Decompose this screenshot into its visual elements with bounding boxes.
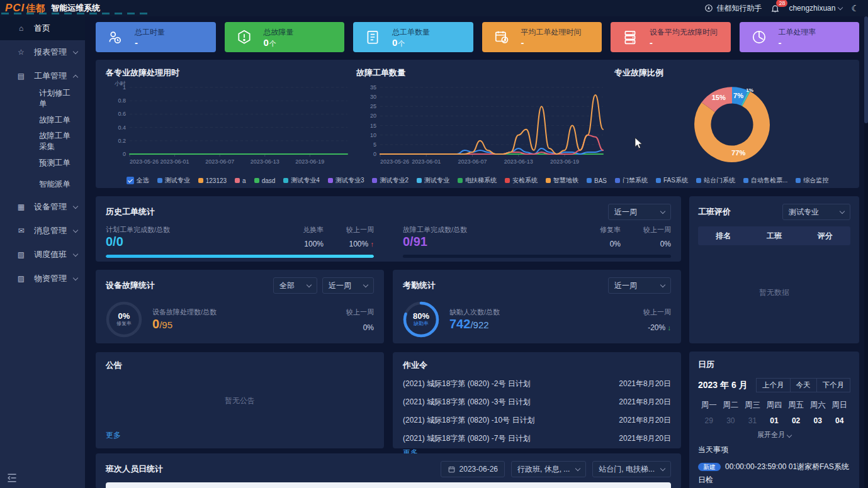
sidebar-item[interactable]: ▦ 设备管理 [0,195,85,219]
legend-item[interactable]: BAS [587,177,607,184]
work-order-row[interactable]: (2021) 城际18字第 (0820) -7号 日计划 2021年8月20日 [403,430,671,448]
chevron-down-icon [575,465,580,470]
legend-item[interactable]: 综合监控 [796,176,828,185]
chevron-down-icon [840,208,845,213]
theme-toggle[interactable]: ☾ [851,3,859,13]
today-button[interactable]: 今天 [791,378,817,392]
history-range-select[interactable]: 近一周 [608,204,671,220]
calendar-day[interactable]: 31 [741,416,764,425]
work-order-row[interactable]: (2021) 城际18字第 (0820) -10号 日计划 2021年8月20日 [403,411,671,430]
assistant-label: 佳都知行助手 [716,3,762,14]
chevron-icon [73,251,78,256]
next-month-button[interactable]: 下个月 [817,378,851,392]
work-order-date: 2021年8月20日 [619,397,671,408]
legend-item[interactable]: 测试专业 [157,176,190,185]
legend-item[interactable]: 测试专业4 [283,176,320,185]
sidebar-item[interactable]: ✉ 消息管理 [0,219,85,243]
evaluation-column-header: 评分 [799,231,850,241]
svg-text:15: 15 [370,123,376,129]
svg-text:2023-06-01: 2023-06-01 [412,158,441,165]
notice-more-link[interactable]: 更多 [106,430,374,441]
shift-system-select[interactable]: 站台门, 电扶梯... [592,461,671,477]
calendar-day[interactable]: 29 [698,416,720,425]
attendance-range-select[interactable]: 近一周 [608,277,671,294]
history-fault-block: 故障工单完成数/总数 修复率 较上一周 0/91 0% 0% [403,225,671,258]
svg-text:20: 20 [370,113,376,119]
legend-item[interactable]: 智慧地铁 [546,176,578,185]
calendar-day[interactable]: 03 [807,416,829,425]
calendar-day[interactable]: 02 [785,416,807,425]
prev-month-button[interactable]: 上个月 [756,378,791,392]
legend-dot [696,178,701,183]
calendar-panel: 日历 2023 年 6 月 上个月 今天 下个月 周一周二周三周四周五周六周日 [689,352,859,488]
shift-type-select[interactable]: 行政班, 休息, ... [511,461,586,477]
calendar-day[interactable]: 01 [764,416,786,425]
sidebar-item[interactable]: ▨ 物资管理 [0,267,85,291]
sidebar-collapse-button[interactable] [6,473,18,483]
legend-dot [254,178,259,183]
server-icon [622,29,638,45]
device-range-select[interactable]: 近一周 [322,277,374,294]
checkbox-checked-icon[interactable] [127,177,134,184]
legend-dot [235,178,240,183]
legend-label: 电扶梯系统 [465,176,497,185]
legend-item[interactable]: 门禁系统 [615,176,648,185]
chart-title: 故障工单数量 [356,67,614,79]
evaluation-header-row: 排名工班评分 [698,226,850,245]
legend-item[interactable]: 站台门系统 [696,176,735,185]
legend-item[interactable]: a [235,177,246,184]
legend-item[interactable]: 安检系统 [505,176,538,185]
user-menu[interactable]: chengzhixuan [789,4,842,13]
work-order-row[interactable]: (2021) 城际18字第 (0820) -3号 日计划 2021年8月20日 [403,393,671,411]
scrollbar[interactable] [864,16,868,488]
evaluation-filter-select[interactable]: 测试专业 [782,204,850,220]
legend-item[interactable]: FAS系统 [656,176,688,185]
chevron-icon [73,74,78,79]
shift-date-picker[interactable]: 2023-06-26 [441,461,505,477]
calendar-day[interactable]: 04 [828,416,850,425]
legend-item[interactable]: 123123 [198,177,227,184]
legend-item[interactable]: 电扶梯系统 [458,176,497,185]
legend-item[interactable]: 自动售检票... [743,176,787,185]
sidebar-item[interactable]: 计划修工单 [0,88,85,109]
repair-rate-gauge: 0%修复率 [106,301,142,338]
sidebar-item[interactable]: 故障工单 [0,109,85,131]
chevron-down-icon [660,282,665,287]
legend-item[interactable]: dasd [254,177,276,184]
notification-button[interactable]: 28 [770,4,780,13]
legend-item[interactable]: 测试专业2 [372,176,409,185]
legend-select-all[interactable]: 全选 [127,176,149,185]
svg-text:15%: 15% [711,94,725,101]
legend-item[interactable]: 测试专业3 [328,176,364,185]
sidebar-item[interactable]: ▤ 工单管理 [0,64,85,88]
sidebar-item[interactable]: ▧ 调度值班 [0,243,85,267]
svg-text:1%: 1% [746,87,753,93]
legend-dot [328,178,333,183]
sidebar-item[interactable]: ☆ 报表管理 [0,40,85,64]
sidebar-item[interactable]: 故障工单采集 [0,131,85,152]
svg-text:7%: 7% [733,92,743,99]
svg-text:2023-06-13: 2023-06-13 [504,158,533,165]
legend-label: 综合监控 [803,176,828,185]
work-order-row[interactable]: (2021) 城际18字第 (0820) -2号 日计划 2021年8月20日 [403,375,671,393]
stat-card: 平均工单处理时间 - [482,22,602,52]
line-chart-fault-count: 051015202530352023-05-262023-06-012023-0… [356,80,608,168]
legend-item[interactable]: 测试专业 [417,176,449,185]
menu-icon: ☆ [16,48,26,57]
notification-badge: 28 [776,0,787,7]
calendar-day[interactable]: 30 [720,416,742,425]
assistant-button[interactable]: 佳都知行助手 [704,3,762,14]
device-filter-select[interactable]: 全部 [273,277,317,294]
stat-card-label: 设备平均无故障时间 [650,27,718,38]
expand-month-toggle[interactable]: 展开全月 [698,430,850,440]
stat-card: 总故障量 0个 [225,22,345,52]
legend-label: 测试专业 [424,176,449,185]
sidebar-item-label: 智能派单 [39,179,70,190]
sidebar-item[interactable]: 预测工单 [0,152,85,174]
svg-text:10: 10 [370,132,376,138]
calendar-event[interactable]: 新建00:00:00-23:59:00 01谢家桥FAS系统日检 L18车站一工… [698,460,850,488]
shift-stats-panel: 班次人员日统计 2023-06-26 行政班, 休息, ... 站台门, 电扶梯… [96,453,681,488]
weekday-label: 周日 [828,400,850,411]
sidebar-item[interactable]: ⌂ 首页 [0,16,85,40]
sidebar-item[interactable]: 智能派单 [0,174,85,195]
